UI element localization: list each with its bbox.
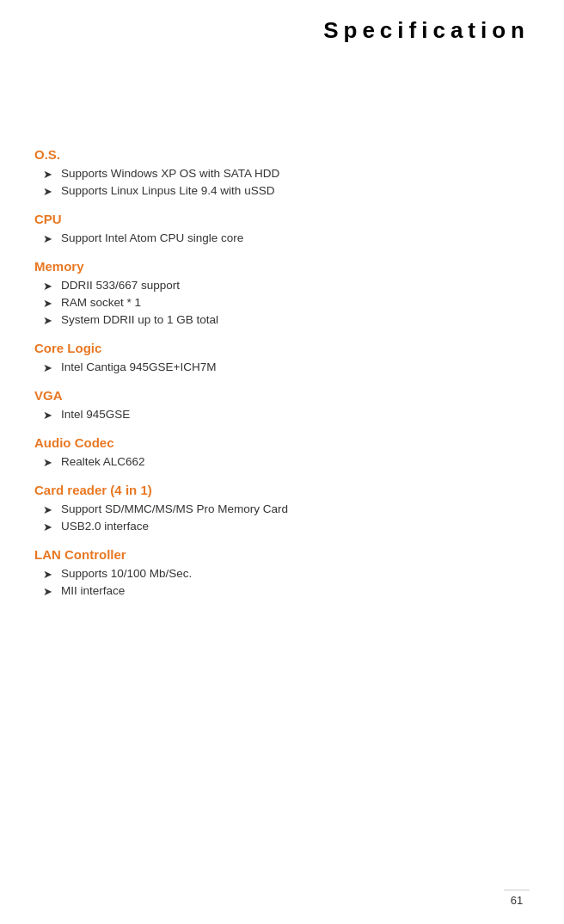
bullet-list-cpu: ➤Support Intel Atom CPU single core bbox=[34, 231, 530, 245]
bullet-list-card-reader: ➤Support SD/MMC/MS/MS Pro Memory Card➤US… bbox=[34, 502, 530, 533]
list-item: ➤Supports Linux Linpus Lite 9.4 with uSS… bbox=[43, 184, 530, 198]
page-number: 61 bbox=[504, 890, 530, 907]
bullet-arrow-icon: ➤ bbox=[43, 185, 52, 198]
bullet-arrow-icon: ➤ bbox=[43, 297, 52, 310]
bullet-arrow-icon: ➤ bbox=[43, 280, 52, 293]
list-item: ➤Supports Windows XP OS with SATA HDD bbox=[43, 167, 530, 181]
page-title: Specification bbox=[34, 17, 530, 44]
section-core-logic: Core Logic➤Intel Cantiga 945GSE+ICH7M bbox=[34, 341, 530, 374]
bullet-text: Intel Cantiga 945GSE+ICH7M bbox=[61, 360, 216, 373]
list-item: ➤Supports 10/100 Mb/Sec. bbox=[43, 567, 530, 581]
bullet-list-lan-controller: ➤Supports 10/100 Mb/Sec.➤MII interface bbox=[34, 567, 530, 598]
bullet-text: Supports Linux Linpus Lite 9.4 with uSSD bbox=[61, 184, 274, 197]
bullet-arrow-icon: ➤ bbox=[43, 168, 52, 181]
section-cpu: CPU➤Support Intel Atom CPU single core bbox=[34, 212, 530, 245]
section-vga: VGA➤Intel 945GSE bbox=[34, 388, 530, 422]
bullet-arrow-icon: ➤ bbox=[43, 361, 52, 374]
list-item: ➤System DDRII up to 1 GB total bbox=[43, 313, 530, 327]
bullet-text: Supports 10/100 Mb/Sec. bbox=[61, 567, 192, 580]
section-memory: Memory➤DDRII 533/667 support➤RAM socket … bbox=[34, 259, 530, 327]
bullet-text: Support Intel Atom CPU single core bbox=[61, 231, 243, 244]
list-item: ➤MII interface bbox=[43, 584, 530, 598]
section-heading-audio-codec: Audio Codec bbox=[34, 435, 530, 450]
bullet-text: Supports Windows XP OS with SATA HDD bbox=[61, 167, 279, 180]
list-item: ➤Intel Cantiga 945GSE+ICH7M bbox=[43, 360, 530, 374]
bullet-arrow-icon: ➤ bbox=[43, 585, 52, 598]
list-item: ➤DDRII 533/667 support bbox=[43, 279, 530, 293]
bullet-list-os: ➤Supports Windows XP OS with SATA HDD➤Su… bbox=[34, 167, 530, 198]
bullet-text: Realtek ALC662 bbox=[61, 455, 145, 468]
bullet-text: MII interface bbox=[61, 584, 125, 597]
bullet-text: USB2.0 interface bbox=[61, 520, 149, 533]
bullet-arrow-icon: ➤ bbox=[43, 232, 52, 245]
bullet-list-audio-codec: ➤Realtek ALC662 bbox=[34, 455, 530, 469]
bullet-arrow-icon: ➤ bbox=[43, 521, 52, 533]
list-item: ➤USB2.0 interface bbox=[43, 520, 530, 533]
bullet-text: DDRII 533/667 support bbox=[61, 279, 180, 292]
bullet-arrow-icon: ➤ bbox=[43, 456, 52, 469]
section-heading-os: O.S. bbox=[34, 147, 530, 162]
list-item: ➤RAM socket * 1 bbox=[43, 296, 530, 310]
section-heading-core-logic: Core Logic bbox=[34, 341, 530, 355]
sections-container: O.S.➤Supports Windows XP OS with SATA HD… bbox=[34, 147, 530, 598]
list-item: ➤Support Intel Atom CPU single core bbox=[43, 231, 530, 245]
section-heading-card-reader: Card reader (4 in 1) bbox=[34, 483, 530, 497]
section-card-reader: Card reader (4 in 1)➤Support SD/MMC/MS/M… bbox=[34, 483, 530, 533]
list-item: ➤Intel 945GSE bbox=[43, 408, 530, 422]
section-heading-memory: Memory bbox=[34, 259, 530, 274]
bullet-list-vga: ➤Intel 945GSE bbox=[34, 408, 530, 422]
page-container: Specification O.S.➤Supports Windows XP O… bbox=[0, 0, 564, 924]
bullet-text: Support SD/MMC/MS/MS Pro Memory Card bbox=[61, 502, 288, 515]
bullet-arrow-icon: ➤ bbox=[43, 409, 52, 422]
section-heading-vga: VGA bbox=[34, 388, 530, 403]
bullet-text: RAM socket * 1 bbox=[61, 296, 141, 309]
bullet-arrow-icon: ➤ bbox=[43, 503, 52, 516]
bullet-list-core-logic: ➤Intel Cantiga 945GSE+ICH7M bbox=[34, 360, 530, 374]
section-lan-controller: LAN Controller➤Supports 10/100 Mb/Sec.➤M… bbox=[34, 547, 530, 598]
bullet-arrow-icon: ➤ bbox=[43, 314, 52, 327]
list-item: ➤Support SD/MMC/MS/MS Pro Memory Card bbox=[43, 502, 530, 516]
bullet-text: System DDRII up to 1 GB total bbox=[61, 313, 218, 326]
bullet-text: Intel 945GSE bbox=[61, 408, 130, 421]
bullet-arrow-icon: ➤ bbox=[43, 568, 52, 581]
section-heading-lan-controller: LAN Controller bbox=[34, 547, 530, 562]
bullet-list-memory: ➤DDRII 533/667 support➤RAM socket * 1➤Sy… bbox=[34, 279, 530, 327]
section-os: O.S.➤Supports Windows XP OS with SATA HD… bbox=[34, 147, 530, 198]
section-heading-cpu: CPU bbox=[34, 212, 530, 226]
list-item: ➤Realtek ALC662 bbox=[43, 455, 530, 469]
section-audio-codec: Audio Codec➤Realtek ALC662 bbox=[34, 435, 530, 469]
